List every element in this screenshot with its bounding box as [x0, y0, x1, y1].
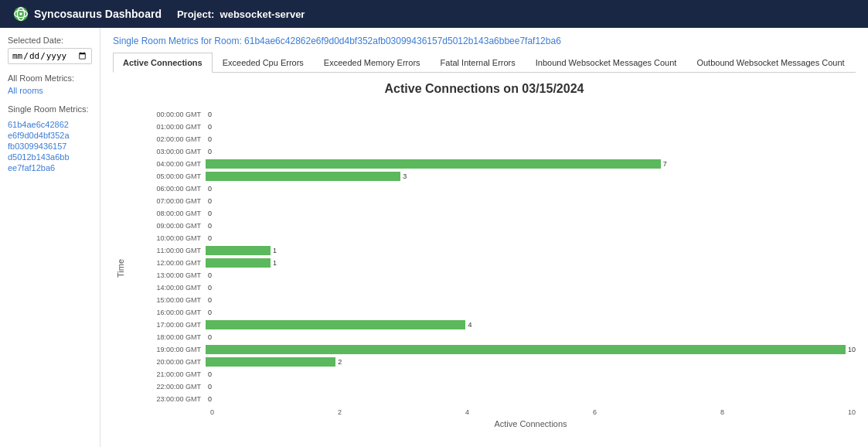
bar-track: 0: [206, 370, 856, 379]
bar-time-label: 20:00:00 GMT: [128, 358, 206, 366]
bar-value-label: 0: [208, 210, 212, 217]
bar-row: 02:00:00 GMT0: [128, 133, 856, 145]
bar-time-label: 22:00:00 GMT: [128, 383, 206, 391]
bar-value-label: 0: [208, 185, 212, 193]
bar-track: 0: [206, 382, 856, 391]
bar-fill: [206, 246, 271, 255]
bar-row: 18:00:00 GMT0: [128, 331, 856, 343]
bar-track: 0: [206, 122, 856, 131]
bar-row: 14:00:00 GMT0: [128, 282, 856, 293]
x-axis-tick: 4: [465, 408, 469, 416]
bar-track: 0: [206, 271, 856, 280]
bar-fill: [206, 172, 400, 181]
bar-fill: [206, 357, 335, 367]
bar-value-label: 3: [403, 172, 407, 180]
bar-time-label: 02:00:00 GMT: [128, 135, 206, 143]
x-axis-tick: 2: [338, 408, 342, 416]
sidebar-room-link[interactable]: ee7faf12ba6: [8, 163, 92, 172]
bar-row: 13:00:00 GMT0: [128, 269, 856, 281]
bar-time-label: 14:00:00 GMT: [128, 284, 206, 292]
date-picker[interactable]: [8, 48, 92, 64]
x-axis-label: Active Connections: [128, 419, 856, 428]
bar-row: 20:00:00 GMT2: [128, 356, 856, 367]
x-axis-tick: 8: [720, 408, 724, 416]
sidebar-room-link[interactable]: fb03099436157: [8, 142, 92, 151]
x-axis: 0246810: [128, 408, 856, 416]
bar-time-label: 15:00:00 GMT: [128, 296, 206, 304]
svg-point-3: [19, 12, 22, 15]
brand-name: Syncosaurus Dashboard: [34, 8, 162, 20]
bar-value-label: 7: [663, 160, 667, 168]
bar-time-label: 01:00:00 GMT: [128, 123, 206, 131]
bar-value-label: 10: [848, 346, 856, 353]
bar-value-label: 1: [273, 247, 277, 254]
bar-track: 2: [206, 357, 856, 367]
sidebar: Selected Date: All Room Metrics: All roo…: [0, 28, 100, 447]
bar-fill: [206, 258, 271, 268]
tab-outbound-websocket-messages-count[interactable]: Outbound Websocket Messages Count: [686, 53, 854, 73]
tab-exceeded-cpu-errors[interactable]: Exceeded Cpu Errors: [213, 53, 314, 73]
bar-value-label: 0: [208, 395, 212, 403]
bar-value-label: 0: [208, 296, 212, 304]
bar-time-label: 23:00:00 GMT: [128, 395, 206, 403]
bar-time-label: 17:00:00 GMT: [128, 321, 206, 329]
sidebar-room-link[interactable]: d5012b143a6bb: [8, 152, 92, 162]
bar-row: 04:00:00 GMT7: [128, 158, 856, 169]
bar-row: 09:00:00 GMT0: [128, 220, 856, 231]
bar-value-label: 0: [208, 222, 212, 230]
bar-row: 19:00:00 GMT10: [128, 343, 856, 355]
bar-track: 0: [206, 283, 856, 292]
bar-value-label: 0: [208, 135, 212, 143]
bar-row: 10:00:00 GMT0: [128, 232, 856, 244]
bar-time-label: 08:00:00 GMT: [128, 210, 206, 217]
bar-track: 0: [206, 295, 856, 305]
bar-value-label: 0: [208, 234, 212, 242]
bar-value-label: 1: [273, 259, 277, 267]
bar-row: 05:00:00 GMT3: [128, 170, 856, 182]
bar-time-label: 21:00:00 GMT: [128, 370, 206, 378]
project-name: websocket-server: [220, 9, 305, 20]
tab-exceeded-memory-errors[interactable]: Exceeded Memory Errors: [314, 53, 431, 73]
bar-value-label: 0: [208, 383, 212, 391]
bar-row: 03:00:00 GMT0: [128, 145, 856, 157]
tab-fatal-internal-errors[interactable]: Fatal Internal Errors: [431, 53, 526, 73]
tab-active-connections[interactable]: Active Connections: [113, 53, 213, 73]
logo-icon: [12, 5, 29, 22]
chart-inner: 00:00:00 GMT001:00:00 GMT002:00:00 GMT00…: [128, 108, 856, 428]
bar-time-label: 11:00:00 GMT: [128, 247, 206, 254]
bar-track: 4: [206, 320, 856, 329]
tabs-bar: Active ConnectionsExceeded Cpu ErrorsExc…: [113, 53, 856, 73]
sidebar-room-link[interactable]: 61b4ae6c42862: [8, 120, 92, 129]
all-rooms-link[interactable]: All rooms: [8, 86, 92, 95]
bar-track: 0: [206, 147, 856, 156]
bar-row: 08:00:00 GMT0: [128, 207, 856, 219]
room-header-text: Single Room Metrics for Room:: [113, 36, 242, 46]
bar-time-label: 10:00:00 GMT: [128, 234, 206, 242]
bar-fill: [206, 345, 846, 354]
bar-track: 0: [206, 333, 856, 342]
main-content: Single Room Metrics for Room: 61b4ae6c42…: [100, 28, 868, 447]
bar-track: 3: [206, 172, 856, 181]
bar-time-label: 13:00:00 GMT: [128, 271, 206, 279]
bar-track: 0: [206, 308, 856, 317]
bar-time-label: 19:00:00 GMT: [128, 346, 206, 353]
bar-track: 0: [206, 135, 856, 144]
bar-time-label: 05:00:00 GMT: [128, 172, 206, 180]
x-axis-tick: 10: [848, 408, 856, 416]
bar-row: 22:00:00 GMT0: [128, 380, 856, 392]
bar-track: 0: [206, 394, 856, 404]
bar-time-label: 12:00:00 GMT: [128, 259, 206, 267]
bar-track: 0: [206, 110, 856, 119]
x-axis-tick: 6: [593, 408, 597, 416]
bar-row: 21:00:00 GMT0: [128, 368, 856, 380]
bar-track: 10: [206, 345, 856, 354]
x-axis-tick: 0: [210, 408, 214, 416]
tab-inbound-websocket-messages-count[interactable]: Inbound Websocket Messages Count: [526, 53, 687, 73]
date-input[interactable]: [8, 48, 92, 64]
bar-row: 15:00:00 GMT0: [128, 294, 856, 305]
all-room-metrics-label: All Room Metrics:: [8, 73, 92, 83]
bar-time-label: 00:00:00 GMT: [128, 111, 206, 118]
room-id: 61b4ae6c42862e6f9d0d4bf352afb03099436157…: [244, 36, 561, 46]
bar-time-label: 06:00:00 GMT: [128, 185, 206, 193]
sidebar-room-link[interactable]: e6f9d0d4bf352a: [8, 131, 92, 140]
